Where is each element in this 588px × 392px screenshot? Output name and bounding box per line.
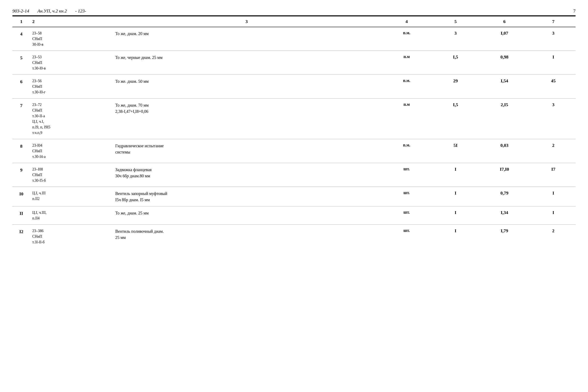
col-header-7: 7 (531, 16, 576, 27)
corner-mark: 7 (573, 8, 576, 14)
doc-title: Ан.УП, ч.2 кн.2 (38, 8, 67, 14)
row-ref: 23–56 СНиП т.30-I0-г (30, 75, 113, 98)
row-description: Вентиль запорный муфтовый I5ч 8бр диам. … (113, 187, 380, 206)
row-number: 4 (12, 27, 30, 51)
table-row: 723–72 СНиП т.30-II-а Ц.I, ч.I, п.I9, п,… (12, 99, 576, 139)
table-row: IIЦ.I, ч.III, п.II4То же, диам. 25 ммшт.… (12, 206, 576, 224)
row-col6: I7,I0 (478, 163, 531, 187)
row-number: 5 (12, 51, 30, 75)
row-col7: I7 (531, 163, 576, 187)
row-col7: 2 (531, 225, 576, 248)
row-ref: 23–72 СНиП т.30-II-а Ц.I, ч.I, п.I9, п, … (30, 99, 113, 139)
row-col5: 5I (433, 140, 478, 163)
row-col6: I,07 (478, 27, 531, 51)
row-col5: I (433, 163, 478, 187)
row-number: 7 (12, 99, 30, 139)
col-header-1: 1 (12, 16, 30, 27)
row-col7: 3 (531, 99, 576, 139)
row-number: 8 (12, 140, 30, 163)
col-header-6: 6 (478, 16, 531, 27)
row-col5: I,5 (433, 99, 478, 139)
row-col5: I,5 (433, 51, 478, 75)
page-number: - 123- (75, 8, 86, 14)
row-col5: I (433, 187, 478, 206)
row-description: Гидравлическое испытание системы (113, 140, 380, 163)
row-ref: Ц.I, ч.III п.II2 (30, 187, 113, 206)
row-col6: 0,98 (478, 51, 531, 75)
row-col7: I (531, 187, 576, 206)
main-table: 1 2 3 4 5 6 7 423–58 СНиП 30-I0-вТо же, … (12, 16, 576, 248)
col-header-2: 2 (30, 16, 113, 27)
row-col6: I,34 (478, 206, 531, 224)
row-col7: 3 (531, 27, 576, 51)
row-col6: 0,03 (478, 140, 531, 163)
row-ref: Ц.I, ч.III, п.II4 (30, 206, 113, 224)
row-col7: 2 (531, 140, 576, 163)
table-row: I223–386 СНиП т.3I-II-бВентиль поливочны… (12, 225, 576, 248)
row-col5: 29 (433, 75, 478, 98)
row-description: То же, диам. 20 мм (113, 27, 380, 51)
header-left: 903-2-14 Ан.УП, ч.2 кн.2 - 123- (12, 8, 86, 14)
row-unit: п.м (380, 51, 433, 75)
row-ref: 23–58 СНиП 30-I0-в (30, 27, 113, 51)
table-row: 823-I04 СНиП т.30-I4-аГидравлическое исп… (12, 140, 576, 163)
row-description: То же, черные диам. 25 мм (113, 51, 380, 75)
row-number: I0 (12, 187, 30, 206)
row-unit: п.м. (380, 140, 433, 163)
row-col6: I,54 (478, 75, 531, 98)
table-row: 923–I08 СНиП т.30-I5-бЗадвижка фланцевая… (12, 163, 576, 187)
col-header-4: 4 (380, 16, 433, 27)
row-col5: I (433, 225, 478, 248)
row-col6: I,79 (478, 225, 531, 248)
row-unit: п.м. (380, 27, 433, 51)
row-ref: 23–I08 СНиП т.30-I5-б (30, 163, 113, 187)
row-number: II (12, 206, 30, 224)
row-col5: 3 (433, 27, 478, 51)
table-row: I0Ц.I, ч.III п.II2Вентиль запорный муфто… (12, 187, 576, 206)
row-description: То же. диам. 50 мм (113, 75, 380, 98)
row-ref: 23–53 СНиП т.30-I0-в (30, 51, 113, 75)
row-col7: I (531, 206, 576, 224)
row-ref: 23-I04 СНиП т.30-I4-а (30, 140, 113, 163)
row-unit: шт. (380, 206, 433, 224)
row-number: I2 (12, 225, 30, 248)
row-col5: I (433, 206, 478, 224)
row-unit: п.м. (380, 75, 433, 98)
row-ref: 23–386 СНиП т.3I-II-б (30, 225, 113, 248)
table-row: 523–53 СНиП т.30-I0-вТо же, черные диам.… (12, 51, 576, 75)
row-description: Задвижка фланцевая 30ч 6бр диам.80 мм (113, 163, 380, 187)
table-row: 623–56 СНиП т.30-I0-гТо же. диам. 50 ммп… (12, 75, 576, 98)
row-unit: шт. (380, 225, 433, 248)
row-col7: 45 (531, 75, 576, 98)
row-col6: 0,79 (478, 187, 531, 206)
row-description: То же, диам. 25 мм (113, 206, 380, 224)
col-header-5: 5 (433, 16, 478, 27)
table-row: 423–58 СНиП 30-I0-вТо же, диам. 20 ммп.м… (12, 27, 576, 51)
row-col7: I (531, 51, 576, 75)
row-unit: шт. (380, 187, 433, 206)
row-description: Вентиль поливочный диам. 25 мм (113, 225, 380, 248)
row-number: 9 (12, 163, 30, 187)
row-number: 6 (12, 75, 30, 98)
col-header-3: 3 (113, 16, 380, 27)
row-unit: шт. (380, 163, 433, 187)
row-description: То же, диам. 70 мм 2,38-I,47+I,I8+0,06 (113, 99, 380, 139)
column-headers: 1 2 3 4 5 6 7 (12, 16, 576, 27)
row-col6: 2,I5 (478, 99, 531, 139)
row-unit: п.м (380, 99, 433, 139)
page-header: 903-2-14 Ан.УП, ч.2 кн.2 - 123- 7 (12, 8, 576, 14)
doc-number: 903-2-14 (12, 8, 29, 14)
